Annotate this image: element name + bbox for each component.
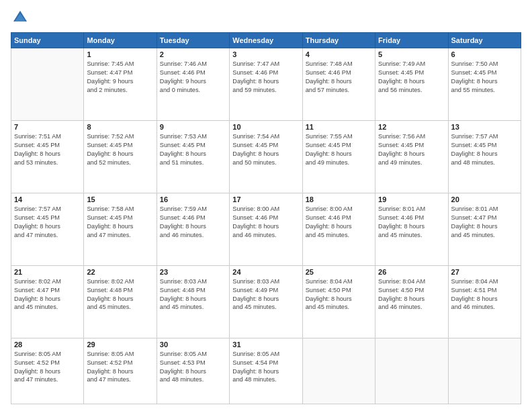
logo-icon xyxy=(11,8,30,27)
day-info: Sunrise: 7:53 AMSunset: 4:45 PMDaylight:… xyxy=(160,132,226,167)
day-number: 23 xyxy=(160,268,226,276)
calendar-cell: 9Sunrise: 7:53 AMSunset: 4:45 PMDaylight… xyxy=(157,120,229,193)
day-number: 19 xyxy=(378,195,445,203)
calendar-cell: 5Sunrise: 7:49 AMSunset: 4:45 PMDaylight… xyxy=(375,48,448,121)
day-info: Sunrise: 8:00 AMSunset: 4:46 PMDaylight:… xyxy=(306,205,372,240)
calendar-cell: 31Sunrise: 8:05 AMSunset: 4:54 PMDayligh… xyxy=(230,338,302,404)
day-info: Sunrise: 7:47 AMSunset: 4:46 PMDaylight:… xyxy=(232,60,299,95)
calendar-cell: 29Sunrise: 8:05 AMSunset: 4:52 PMDayligh… xyxy=(84,338,157,404)
calendar-day-header: Saturday xyxy=(448,33,521,48)
day-number: 25 xyxy=(306,268,372,276)
day-number: 31 xyxy=(232,340,299,349)
calendar-cell: 1Sunrise: 7:45 AMSunset: 4:47 PMDaylight… xyxy=(84,48,157,121)
day-number: 27 xyxy=(451,268,518,276)
day-number: 9 xyxy=(160,123,226,131)
day-number: 21 xyxy=(14,268,81,276)
calendar-cell: 11Sunrise: 7:55 AMSunset: 4:45 PMDayligh… xyxy=(302,120,375,193)
day-number: 29 xyxy=(87,340,153,349)
day-number: 2 xyxy=(160,50,226,58)
day-info: Sunrise: 8:02 AMSunset: 4:48 PMDaylight:… xyxy=(87,277,153,312)
day-number: 22 xyxy=(87,268,153,276)
day-number: 6 xyxy=(451,50,518,58)
day-info: Sunrise: 7:45 AMSunset: 4:47 PMDaylight:… xyxy=(87,60,153,95)
calendar-cell: 30Sunrise: 8:05 AMSunset: 4:53 PMDayligh… xyxy=(157,338,229,404)
calendar-cell: 12Sunrise: 7:56 AMSunset: 4:45 PMDayligh… xyxy=(375,120,448,193)
day-info: Sunrise: 8:01 AMSunset: 4:47 PMDaylight:… xyxy=(451,205,518,240)
calendar-cell: 18Sunrise: 8:00 AMSunset: 4:46 PMDayligh… xyxy=(302,193,375,265)
calendar-day-header: Friday xyxy=(375,33,448,48)
calendar-cell: 16Sunrise: 7:59 AMSunset: 4:46 PMDayligh… xyxy=(157,193,229,265)
day-info: Sunrise: 8:01 AMSunset: 4:46 PMDaylight:… xyxy=(378,205,445,240)
day-info: Sunrise: 7:54 AMSunset: 4:45 PMDaylight:… xyxy=(232,132,299,167)
day-info: Sunrise: 7:55 AMSunset: 4:45 PMDaylight:… xyxy=(306,132,372,167)
day-number: 26 xyxy=(378,268,445,276)
day-info: Sunrise: 7:48 AMSunset: 4:46 PMDaylight:… xyxy=(306,60,372,95)
calendar-cell: 8Sunrise: 7:52 AMSunset: 4:45 PMDaylight… xyxy=(84,120,157,193)
calendar-cell xyxy=(448,338,521,404)
calendar-cell: 7Sunrise: 7:51 AMSunset: 4:45 PMDaylight… xyxy=(11,120,84,193)
calendar-table: SundayMondayTuesdayWednesdayThursdayFrid… xyxy=(11,32,521,404)
calendar-cell: 15Sunrise: 7:58 AMSunset: 4:45 PMDayligh… xyxy=(84,193,157,265)
day-info: Sunrise: 7:49 AMSunset: 4:45 PMDaylight:… xyxy=(378,60,445,95)
calendar-cell: 25Sunrise: 8:04 AMSunset: 4:50 PMDayligh… xyxy=(302,265,375,338)
page-header xyxy=(11,8,521,27)
calendar-cell xyxy=(302,338,375,404)
calendar-day-header: Monday xyxy=(84,33,157,48)
day-info: Sunrise: 7:51 AMSunset: 4:45 PMDaylight:… xyxy=(14,132,81,167)
day-info: Sunrise: 8:04 AMSunset: 4:51 PMDaylight:… xyxy=(451,277,518,312)
calendar-day-header: Sunday xyxy=(11,33,84,48)
day-info: Sunrise: 8:04 AMSunset: 4:50 PMDaylight:… xyxy=(378,277,445,312)
day-number: 15 xyxy=(87,195,153,203)
day-number: 10 xyxy=(232,123,299,131)
calendar-cell xyxy=(11,48,84,121)
calendar-cell: 19Sunrise: 8:01 AMSunset: 4:46 PMDayligh… xyxy=(375,193,448,265)
day-info: Sunrise: 7:59 AMSunset: 4:46 PMDaylight:… xyxy=(160,205,226,240)
page-container: SundayMondayTuesdayWednesdayThursdayFrid… xyxy=(0,0,532,411)
calendar-cell: 22Sunrise: 8:02 AMSunset: 4:48 PMDayligh… xyxy=(84,265,157,338)
day-number: 5 xyxy=(378,50,445,58)
day-info: Sunrise: 8:03 AMSunset: 4:48 PMDaylight:… xyxy=(160,277,226,312)
calendar-cell: 20Sunrise: 8:01 AMSunset: 4:47 PMDayligh… xyxy=(448,193,521,265)
day-number: 28 xyxy=(14,340,81,349)
calendar-cell: 21Sunrise: 8:02 AMSunset: 4:47 PMDayligh… xyxy=(11,265,84,338)
day-info: Sunrise: 8:05 AMSunset: 4:54 PMDaylight:… xyxy=(232,350,299,385)
calendar-day-header: Thursday xyxy=(302,33,375,48)
day-info: Sunrise: 8:05 AMSunset: 4:52 PMDaylight:… xyxy=(87,350,153,385)
calendar-cell: 13Sunrise: 7:57 AMSunset: 4:45 PMDayligh… xyxy=(448,120,521,193)
day-number: 8 xyxy=(87,123,153,131)
day-info: Sunrise: 8:00 AMSunset: 4:46 PMDaylight:… xyxy=(232,205,299,240)
calendar-cell: 14Sunrise: 7:57 AMSunset: 4:45 PMDayligh… xyxy=(11,193,84,265)
day-number: 30 xyxy=(160,340,226,349)
day-info: Sunrise: 7:56 AMSunset: 4:45 PMDaylight:… xyxy=(378,132,445,167)
day-info: Sunrise: 8:02 AMSunset: 4:47 PMDaylight:… xyxy=(14,277,81,312)
calendar-cell: 10Sunrise: 7:54 AMSunset: 4:45 PMDayligh… xyxy=(230,120,302,193)
calendar-cell xyxy=(375,338,448,404)
day-info: Sunrise: 8:05 AMSunset: 4:53 PMDaylight:… xyxy=(160,350,226,385)
calendar-cell: 17Sunrise: 8:00 AMSunset: 4:46 PMDayligh… xyxy=(230,193,302,265)
day-info: Sunrise: 7:50 AMSunset: 4:45 PMDaylight:… xyxy=(451,60,518,95)
calendar-cell: 2Sunrise: 7:46 AMSunset: 4:46 PMDaylight… xyxy=(157,48,229,121)
calendar-cell: 26Sunrise: 8:04 AMSunset: 4:50 PMDayligh… xyxy=(375,265,448,338)
day-number: 20 xyxy=(451,195,518,203)
day-number: 4 xyxy=(306,50,372,58)
day-info: Sunrise: 7:52 AMSunset: 4:45 PMDaylight:… xyxy=(87,132,153,167)
day-info: Sunrise: 8:05 AMSunset: 4:52 PMDaylight:… xyxy=(14,350,81,385)
calendar-cell: 24Sunrise: 8:03 AMSunset: 4:49 PMDayligh… xyxy=(230,265,302,338)
day-number: 11 xyxy=(306,123,372,131)
calendar-header-row: SundayMondayTuesdayWednesdayThursdayFrid… xyxy=(11,33,521,48)
day-info: Sunrise: 7:46 AMSunset: 4:46 PMDaylight:… xyxy=(160,60,226,95)
day-info: Sunrise: 7:57 AMSunset: 4:45 PMDaylight:… xyxy=(14,205,81,240)
calendar-cell: 28Sunrise: 8:05 AMSunset: 4:52 PMDayligh… xyxy=(11,338,84,404)
calendar-cell: 3Sunrise: 7:47 AMSunset: 4:46 PMDaylight… xyxy=(230,48,302,121)
day-info: Sunrise: 8:03 AMSunset: 4:49 PMDaylight:… xyxy=(232,277,299,312)
day-number: 12 xyxy=(378,123,445,131)
day-number: 1 xyxy=(87,50,153,58)
day-number: 7 xyxy=(14,123,81,131)
day-number: 16 xyxy=(160,195,226,203)
calendar-cell: 27Sunrise: 8:04 AMSunset: 4:51 PMDayligh… xyxy=(448,265,521,338)
day-number: 3 xyxy=(232,50,299,58)
day-number: 18 xyxy=(306,195,372,203)
day-number: 24 xyxy=(232,268,299,276)
calendar-cell: 23Sunrise: 8:03 AMSunset: 4:48 PMDayligh… xyxy=(157,265,229,338)
calendar-day-header: Tuesday xyxy=(157,33,229,48)
